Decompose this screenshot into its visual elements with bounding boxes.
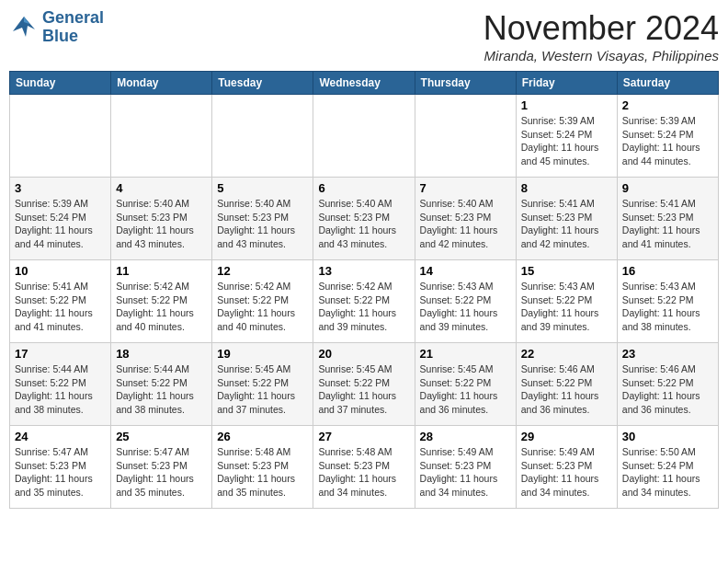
day-info: Sunrise: 5:47 AM Sunset: 5:23 PM Dayligh…: [116, 445, 207, 500]
calendar-week-5: 24Sunrise: 5:47 AM Sunset: 5:23 PM Dayli…: [10, 426, 719, 509]
calendar-cell: 19Sunrise: 5:45 AM Sunset: 5:22 PM Dayli…: [212, 343, 313, 426]
day-number: 21: [420, 347, 511, 361]
day-info: Sunrise: 5:39 AM Sunset: 5:24 PM Dayligh…: [15, 197, 106, 251]
day-info: Sunrise: 5:46 AM Sunset: 5:22 PM Dayligh…: [521, 362, 612, 417]
day-info: Sunrise: 5:40 AM Sunset: 5:23 PM Dayligh…: [116, 197, 207, 251]
calendar-table: SundayMondayTuesdayWednesdayThursdayFrid…: [9, 71, 719, 509]
day-number: 16: [622, 264, 713, 278]
calendar-cell: 1Sunrise: 5:39 AM Sunset: 5:24 PM Daylig…: [516, 95, 617, 178]
page-header: General Blue November 2024 Miranda, West…: [9, 9, 719, 63]
day-info: Sunrise: 5:42 AM Sunset: 5:22 PM Dayligh…: [116, 280, 207, 334]
day-info: Sunrise: 5:43 AM Sunset: 5:22 PM Dayligh…: [622, 280, 713, 334]
calendar-header-friday: Friday: [516, 72, 617, 95]
day-number: 11: [116, 264, 207, 278]
day-number: 12: [217, 264, 308, 278]
day-number: 23: [622, 347, 713, 361]
day-info: Sunrise: 5:42 AM Sunset: 5:22 PM Dayligh…: [318, 280, 409, 334]
calendar-cell: 5Sunrise: 5:40 AM Sunset: 5:23 PM Daylig…: [212, 178, 313, 260]
day-number: 26: [217, 430, 308, 443]
calendar-cell: 25Sunrise: 5:47 AM Sunset: 5:23 PM Dayli…: [111, 426, 212, 509]
month-title: November 2024: [483, 9, 719, 48]
calendar-cell: 18Sunrise: 5:44 AM Sunset: 5:22 PM Dayli…: [111, 343, 212, 426]
calendar-cell: 6Sunrise: 5:40 AM Sunset: 5:23 PM Daylig…: [313, 178, 415, 260]
calendar-cell: 23Sunrise: 5:46 AM Sunset: 5:22 PM Dayli…: [617, 343, 718, 426]
day-info: Sunrise: 5:49 AM Sunset: 5:23 PM Dayligh…: [521, 445, 612, 500]
day-info: Sunrise: 5:42 AM Sunset: 5:22 PM Dayligh…: [217, 280, 308, 334]
day-info: Sunrise: 5:44 AM Sunset: 5:22 PM Dayligh…: [116, 362, 207, 417]
day-info: Sunrise: 5:41 AM Sunset: 5:23 PM Dayligh…: [622, 197, 713, 251]
calendar-cell: 27Sunrise: 5:48 AM Sunset: 5:23 PM Dayli…: [313, 426, 415, 509]
logo-text: General Blue: [42, 9, 104, 46]
calendar-cell: 7Sunrise: 5:40 AM Sunset: 5:23 PM Daylig…: [415, 178, 516, 260]
day-info: Sunrise: 5:50 AM Sunset: 5:24 PM Dayligh…: [622, 445, 713, 500]
day-info: Sunrise: 5:39 AM Sunset: 5:24 PM Dayligh…: [622, 114, 713, 168]
day-number: 20: [318, 347, 409, 361]
day-number: 22: [521, 347, 612, 361]
day-number: 17: [15, 347, 106, 361]
day-number: 10: [15, 264, 106, 278]
day-info: Sunrise: 5:48 AM Sunset: 5:23 PM Dayligh…: [217, 445, 308, 500]
calendar-cell: 20Sunrise: 5:45 AM Sunset: 5:22 PM Dayli…: [313, 343, 415, 426]
day-number: 4: [116, 181, 207, 195]
calendar-cell: [212, 95, 313, 178]
calendar-cell: 24Sunrise: 5:47 AM Sunset: 5:23 PM Dayli…: [10, 426, 111, 509]
calendar-week-4: 17Sunrise: 5:44 AM Sunset: 5:22 PM Dayli…: [10, 343, 719, 426]
day-number: 19: [217, 347, 308, 361]
day-info: Sunrise: 5:40 AM Sunset: 5:23 PM Dayligh…: [318, 197, 409, 251]
day-number: 27: [318, 430, 409, 443]
calendar-cell: [10, 95, 111, 178]
calendar-week-3: 10Sunrise: 5:41 AM Sunset: 5:22 PM Dayli…: [10, 260, 719, 343]
calendar-cell: 10Sunrise: 5:41 AM Sunset: 5:22 PM Dayli…: [10, 260, 111, 343]
title-block: November 2024 Miranda, Western Visayas, …: [483, 9, 719, 63]
day-info: Sunrise: 5:40 AM Sunset: 5:23 PM Dayligh…: [420, 197, 511, 251]
calendar-cell: 15Sunrise: 5:43 AM Sunset: 5:22 PM Dayli…: [516, 260, 617, 343]
day-number: 1: [521, 98, 612, 112]
calendar-cell: 29Sunrise: 5:49 AM Sunset: 5:23 PM Dayli…: [516, 426, 617, 509]
calendar-cell: 17Sunrise: 5:44 AM Sunset: 5:22 PM Dayli…: [10, 343, 111, 426]
calendar-cell: 16Sunrise: 5:43 AM Sunset: 5:22 PM Dayli…: [617, 260, 718, 343]
day-info: Sunrise: 5:46 AM Sunset: 5:22 PM Dayligh…: [622, 362, 713, 417]
calendar-week-1: 1Sunrise: 5:39 AM Sunset: 5:24 PM Daylig…: [10, 95, 719, 178]
day-number: 3: [15, 181, 106, 195]
day-info: Sunrise: 5:43 AM Sunset: 5:22 PM Dayligh…: [420, 280, 511, 334]
day-number: 15: [521, 264, 612, 278]
calendar-cell: 26Sunrise: 5:48 AM Sunset: 5:23 PM Dayli…: [212, 426, 313, 509]
day-number: 24: [15, 430, 106, 443]
day-info: Sunrise: 5:45 AM Sunset: 5:22 PM Dayligh…: [217, 362, 308, 417]
calendar-cell: 30Sunrise: 5:50 AM Sunset: 5:24 PM Dayli…: [617, 426, 718, 509]
calendar-body: 1Sunrise: 5:39 AM Sunset: 5:24 PM Daylig…: [10, 95, 719, 509]
day-info: Sunrise: 5:41 AM Sunset: 5:23 PM Dayligh…: [521, 197, 612, 251]
day-number: 5: [217, 181, 308, 195]
calendar-cell: [111, 95, 212, 178]
calendar-cell: 2Sunrise: 5:39 AM Sunset: 5:24 PM Daylig…: [617, 95, 718, 178]
calendar-week-2: 3Sunrise: 5:39 AM Sunset: 5:24 PM Daylig…: [10, 178, 719, 260]
calendar-header-sunday: Sunday: [10, 72, 111, 95]
day-info: Sunrise: 5:49 AM Sunset: 5:23 PM Dayligh…: [420, 445, 511, 500]
day-number: 13: [318, 264, 409, 278]
calendar-cell: 8Sunrise: 5:41 AM Sunset: 5:23 PM Daylig…: [516, 178, 617, 260]
calendar-header-wednesday: Wednesday: [313, 72, 415, 95]
calendar-header-monday: Monday: [111, 72, 212, 95]
day-number: 9: [622, 181, 713, 195]
calendar-cell: 21Sunrise: 5:45 AM Sunset: 5:22 PM Dayli…: [415, 343, 516, 426]
logo: General Blue: [9, 9, 104, 46]
calendar-header-saturday: Saturday: [617, 72, 718, 95]
day-number: 8: [521, 181, 612, 195]
calendar-cell: 3Sunrise: 5:39 AM Sunset: 5:24 PM Daylig…: [10, 178, 111, 260]
day-info: Sunrise: 5:39 AM Sunset: 5:24 PM Dayligh…: [521, 114, 612, 168]
calendar-cell: 4Sunrise: 5:40 AM Sunset: 5:23 PM Daylig…: [111, 178, 212, 260]
calendar-cell: 9Sunrise: 5:41 AM Sunset: 5:23 PM Daylig…: [617, 178, 718, 260]
calendar-cell: 11Sunrise: 5:42 AM Sunset: 5:22 PM Dayli…: [111, 260, 212, 343]
day-number: 29: [521, 430, 612, 443]
day-info: Sunrise: 5:45 AM Sunset: 5:22 PM Dayligh…: [318, 362, 409, 417]
day-info: Sunrise: 5:48 AM Sunset: 5:23 PM Dayligh…: [318, 445, 409, 500]
day-number: 25: [116, 430, 207, 443]
day-number: 30: [622, 430, 713, 443]
calendar-cell: 14Sunrise: 5:43 AM Sunset: 5:22 PM Dayli…: [415, 260, 516, 343]
day-number: 7: [420, 181, 511, 195]
calendar-header-thursday: Thursday: [415, 72, 516, 95]
calendar-header-tuesday: Tuesday: [212, 72, 313, 95]
day-number: 6: [318, 181, 409, 195]
day-number: 28: [420, 430, 511, 443]
location-subtitle: Miranda, Western Visayas, Philippines: [483, 48, 719, 63]
